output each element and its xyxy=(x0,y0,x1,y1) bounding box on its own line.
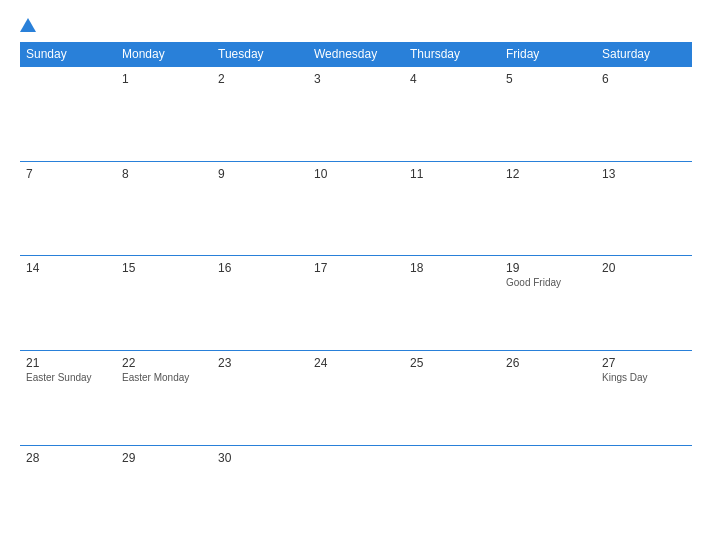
day-number: 14 xyxy=(26,261,110,275)
day-number: 11 xyxy=(410,167,494,181)
day-number: 3 xyxy=(314,72,398,86)
calendar-cell: 4 xyxy=(404,67,500,162)
day-number: 24 xyxy=(314,356,398,370)
holiday-label: Kings Day xyxy=(602,372,686,383)
day-number: 2 xyxy=(218,72,302,86)
day-number: 18 xyxy=(410,261,494,275)
weekday-header-friday: Friday xyxy=(500,42,596,67)
day-number: 17 xyxy=(314,261,398,275)
calendar-cell: 25 xyxy=(404,351,500,446)
logo-blue-row xyxy=(20,18,38,32)
week-row-3: 21Easter Sunday22Easter Monday2324252627… xyxy=(20,351,692,446)
weekday-header-monday: Monday xyxy=(116,42,212,67)
calendar-cell xyxy=(500,445,596,540)
weekday-header-wednesday: Wednesday xyxy=(308,42,404,67)
day-number: 13 xyxy=(602,167,686,181)
weekday-header-thursday: Thursday xyxy=(404,42,500,67)
calendar-cell: 6 xyxy=(596,67,692,162)
page: SundayMondayTuesdayWednesdayThursdayFrid… xyxy=(0,0,712,550)
week-row-2: 141516171819Good Friday20 xyxy=(20,256,692,351)
week-row-0: 123456 xyxy=(20,67,692,162)
calendar-cell: 17 xyxy=(308,256,404,351)
calendar-cell: 10 xyxy=(308,161,404,256)
weekday-header-row: SundayMondayTuesdayWednesdayThursdayFrid… xyxy=(20,42,692,67)
day-number: 26 xyxy=(506,356,590,370)
calendar-cell: 11 xyxy=(404,161,500,256)
calendar-cell xyxy=(596,445,692,540)
calendar-cell: 12 xyxy=(500,161,596,256)
holiday-label: Easter Monday xyxy=(122,372,206,383)
day-number: 30 xyxy=(218,451,302,465)
calendar-cell: 3 xyxy=(308,67,404,162)
calendar-cell: 23 xyxy=(212,351,308,446)
calendar-cell: 7 xyxy=(20,161,116,256)
calendar-cell: 30 xyxy=(212,445,308,540)
calendar-cell: 13 xyxy=(596,161,692,256)
calendar-cell: 24 xyxy=(308,351,404,446)
calendar-cell: 28 xyxy=(20,445,116,540)
calendar-cell: 22Easter Monday xyxy=(116,351,212,446)
logo xyxy=(20,18,38,32)
calendar-cell xyxy=(404,445,500,540)
weekday-header-saturday: Saturday xyxy=(596,42,692,67)
day-number: 1 xyxy=(122,72,206,86)
calendar-cell: 14 xyxy=(20,256,116,351)
calendar-cell: 20 xyxy=(596,256,692,351)
day-number: 12 xyxy=(506,167,590,181)
header xyxy=(20,18,692,32)
day-number: 8 xyxy=(122,167,206,181)
calendar-cell: 2 xyxy=(212,67,308,162)
week-row-1: 78910111213 xyxy=(20,161,692,256)
day-number: 9 xyxy=(218,167,302,181)
day-number: 21 xyxy=(26,356,110,370)
day-number: 16 xyxy=(218,261,302,275)
calendar-cell: 21Easter Sunday xyxy=(20,351,116,446)
calendar-cell: 19Good Friday xyxy=(500,256,596,351)
calendar-cell xyxy=(308,445,404,540)
calendar-table: SundayMondayTuesdayWednesdayThursdayFrid… xyxy=(20,42,692,540)
day-number: 7 xyxy=(26,167,110,181)
weekday-header-sunday: Sunday xyxy=(20,42,116,67)
day-number: 27 xyxy=(602,356,686,370)
calendar-cell: 1 xyxy=(116,67,212,162)
day-number: 10 xyxy=(314,167,398,181)
calendar-cell: 9 xyxy=(212,161,308,256)
holiday-label: Easter Sunday xyxy=(26,372,110,383)
calendar-cell: 26 xyxy=(500,351,596,446)
week-row-4: 282930 xyxy=(20,445,692,540)
day-number: 25 xyxy=(410,356,494,370)
weekday-header-tuesday: Tuesday xyxy=(212,42,308,67)
calendar-cell: 5 xyxy=(500,67,596,162)
day-number: 22 xyxy=(122,356,206,370)
calendar-cell: 18 xyxy=(404,256,500,351)
calendar-cell: 8 xyxy=(116,161,212,256)
calendar-cell: 16 xyxy=(212,256,308,351)
day-number: 23 xyxy=(218,356,302,370)
holiday-label: Good Friday xyxy=(506,277,590,288)
day-number: 19 xyxy=(506,261,590,275)
calendar-cell xyxy=(20,67,116,162)
calendar-cell: 29 xyxy=(116,445,212,540)
day-number: 15 xyxy=(122,261,206,275)
calendar-cell: 27Kings Day xyxy=(596,351,692,446)
day-number: 5 xyxy=(506,72,590,86)
day-number: 29 xyxy=(122,451,206,465)
day-number: 28 xyxy=(26,451,110,465)
calendar-cell: 15 xyxy=(116,256,212,351)
day-number: 4 xyxy=(410,72,494,86)
day-number: 6 xyxy=(602,72,686,86)
logo-triangle-icon xyxy=(20,18,36,32)
day-number: 20 xyxy=(602,261,686,275)
